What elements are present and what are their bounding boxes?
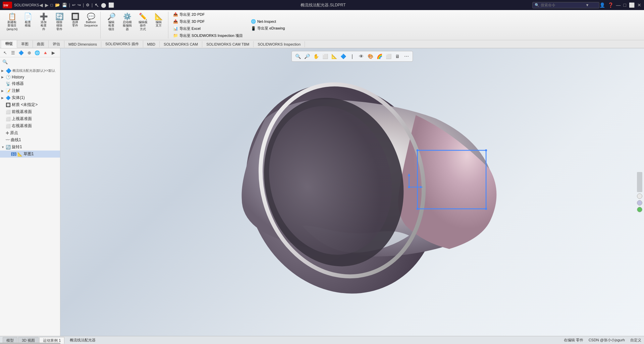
panel-icon-list[interactable]: ☰ [9,49,17,56]
panel-icon-filter[interactable]: 🔺 [42,49,49,56]
tree-curve1[interactable]: 〰 曲线1 [0,136,60,144]
tab-surface[interactable]: 曲面 [33,41,49,48]
feature-tree: ▶ 🔷 椭流线法配光器(默认)<<默认 ▶ 🕐 History 📡 传感器 ▶ … [0,66,60,336]
panel-icon-view[interactable]: 🌐 [34,49,41,56]
edit-support-label: 编辑支方 [156,20,162,28]
viewport[interactable]: 🔍 🔎 ✋ ⬜ 📐 🔷 | 👁 🎨 🌈 ⬜ 🖥 ⋯ [60,48,644,336]
options-btn[interactable]: ⚙ [86,3,90,7]
right-panel-circle3[interactable] [637,207,642,212]
panel-icon-pointer[interactable]: ↖ [1,49,9,56]
panel-icon-arrow[interactable]: ▶ [50,49,57,56]
edit-support-icon: 📐 [155,13,163,20]
add-part-btn[interactable]: ➕ 添加检查件 [36,12,51,33]
tab-mbd[interactable]: MBD [143,41,160,47]
restore-btn[interactable]: □ [624,2,626,8]
tree-sketch1[interactable]: (-) 📐 草图1 [0,151,60,158]
filter-icon[interactable]: 🔍 [1,58,9,65]
top-plane-icon: ⬜ [6,117,11,121]
rect-btn[interactable]: ⬜ [108,2,114,8]
search-input[interactable] [541,3,584,7]
tab-sw-cam-tbm[interactable]: SOLIDWORKS CAM TBM [202,41,254,47]
export-3dpdf-icon: 📤 [173,19,178,24]
select-part-icon: 🔲 [71,13,79,20]
tree-history[interactable]: ▶ 🕐 History [0,74,60,80]
edit-support-btn[interactable]: 📐 编辑支方 [151,12,166,30]
material-label: 材质 <未指定> [12,102,38,108]
open-btn[interactable]: 📂 [55,3,60,7]
cursor-btn[interactable]: ↖ [95,2,99,8]
solid-icon: 🔷 [6,96,11,100]
export-2dpdf-btn[interactable]: 📤 导出至 2D PDF [172,11,244,18]
tree-root[interactable]: ▶ 🔷 椭流线法配光器(默认)<<默认 [0,67,60,74]
new-inspection-icon: 📋 [8,13,16,20]
tree-annotation[interactable]: ▶ 📝 注解 [0,87,60,94]
back-btn[interactable]: ◀ [39,2,43,8]
remove-part-btn[interactable]: 🔄 移除移除零件 [52,12,67,33]
redo-btn[interactable]: ↪ [77,3,81,7]
export-toolbar: 📤 导出至 2D PDF 📤 导出至 3D PDF 📊 导出至 Excel 📁 … [170,11,246,40]
export-edrawing-btn[interactable]: 📱 导出至 eDrawing [250,25,286,32]
export-sw-btn[interactable]: 📁 导出至 SOLIDWORKS Inspection 项目 [172,33,244,39]
tree-revolve1[interactable]: ▼ 🔄 旋转1 [0,144,60,151]
tab-features[interactable]: 特征 [1,40,17,48]
tab-sketch[interactable]: 草图 [17,41,33,48]
svg-point-8 [417,149,419,151]
root-icon: 🔷 [6,68,11,73]
export-excel-btn[interactable]: 📊 导出至 Excel [172,25,244,32]
undo-btn[interactable]: ↩ [72,3,75,7]
export-edrawing-label: 导出至 eDrawing [257,26,285,31]
circle-btn[interactable]: ⬤ [101,2,106,8]
export-3dpdf2-btn[interactable]: 🌐 Net-Inspect [250,18,286,24]
search-box[interactable]: 🔍 ▼ [532,2,599,8]
right-panel-circle2[interactable] [637,200,642,206]
export-edrawing-icon: 📱 [251,26,256,31]
minimize-btn[interactable]: — [616,2,621,8]
close-btn[interactable]: ✕ [637,2,641,8]
tab-sw-plugins[interactable]: SOLIDWORKS 插件 [101,41,143,48]
export-3dpdf-btn[interactable]: 📤 导出至 3D PDF [172,18,244,25]
balloon-btn[interactable]: 💬 BalloonSequence [84,12,98,30]
tree-front-plane[interactable]: ⬜ 前视基准面 [0,108,60,115]
balloon-label: BalloonSequence [84,20,98,28]
select-part-btn[interactable]: 🔲 选择零件 [68,12,83,30]
edit-icon: 🔎 [107,13,116,20]
remove-part-label: 移除移除零件 [56,20,62,31]
right-plane-icon: ⬜ [6,124,11,128]
tree-material[interactable]: 🔲 材质 <未指定> [0,101,60,108]
tree-origin[interactable]: ✛ 原点 [0,129,60,136]
export-3dpdf-label: 导出至 3D PDF [179,19,205,24]
tree-top-plane[interactable]: ⬜ 上视基准面 [0,115,60,122]
annotation-icon: 📝 [6,89,11,93]
material-icon: 🔲 [6,103,11,107]
help-icon[interactable]: ❓ [608,2,613,8]
window-title: 椭流线法配光器.SLDPRT [114,2,532,8]
solid-label: 实体(1) [12,95,25,101]
svg-text:SW: SW [3,4,8,7]
edit-ops-icon: ✏️ [139,13,147,20]
3d-shape-svg [60,48,644,336]
launch-label: 启动模板编辑器 [123,20,132,31]
tree-sensor[interactable]: 📡 传感器 [0,80,60,87]
remove-part-icon: 🔄 [55,13,64,20]
tab-sw-cam[interactable]: SOLIDWORKS CAM [160,41,202,47]
edit-ops-btn[interactable]: ✏️ 编辑板操作方式 [136,12,150,33]
tab-mbd-dimensions[interactable]: MBD Dimensions [64,41,101,47]
right-panel-circle1[interactable] [637,193,642,199]
maximize-btn[interactable]: ⬜ [629,2,635,8]
new-inspection-btn[interactable]: 📋 新建检查项目(amp;N) [5,12,19,33]
inspection-template-btn[interactable]: 📄 检查模板 [20,12,35,30]
tab-sw-inspection[interactable]: SOLIDWORKS Inspection [254,41,305,47]
search-dropdown-icon[interactable]: ▼ [586,3,589,7]
edit-inspection-btn[interactable]: 🔎 编辑检查项目 [104,12,119,33]
launch-template-btn[interactable]: ⚙️ 启动模板编辑器 [120,12,135,33]
user-icon[interactable]: 👤 [599,2,605,8]
panel-icon-display[interactable]: 🔷 [17,49,25,56]
tab-evaluate[interactable]: 评估 [49,41,64,48]
tree-solid[interactable]: ▶ 🔷 实体(1) [0,94,60,101]
tree-right-plane[interactable]: ⬜ 右视基准面 [0,122,60,129]
right-panel-btn1[interactable] [637,172,642,192]
save-btn[interactable]: 💾 [62,3,67,7]
new-btn[interactable]: □ [51,3,53,7]
panel-icon-dof[interactable]: ⊕ [25,49,33,56]
forward-btn[interactable]: ▶ [45,2,49,8]
